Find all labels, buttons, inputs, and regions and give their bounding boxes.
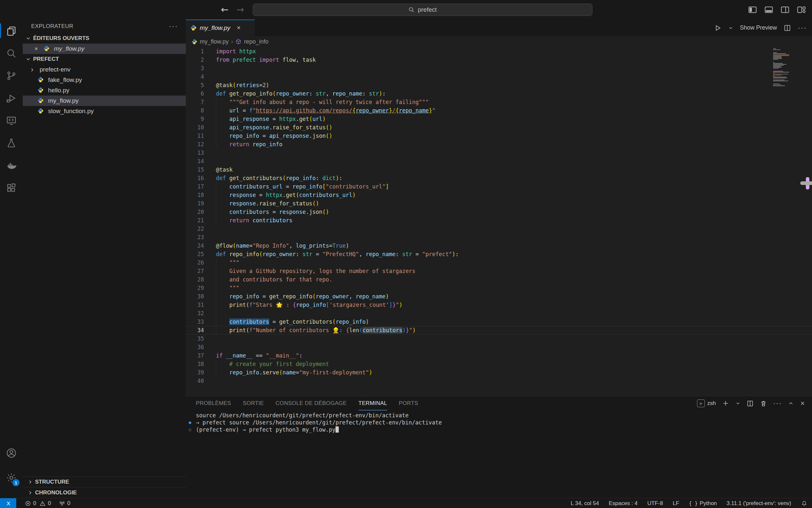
split-terminal-icon[interactable] xyxy=(747,400,754,407)
code-line-30[interactable]: 30 repo_info = get_repo_info(repo_owner,… xyxy=(186,292,812,301)
code-line-17[interactable]: 17 contributors_url = repo_info["contrib… xyxy=(186,182,812,191)
run-python-icon[interactable] xyxy=(714,24,722,32)
panel-tab-problèmes[interactable]: PROBLÈMES xyxy=(196,396,231,411)
code-line-31[interactable]: 31 print(f"Stars 🌟 : {repo_info['stargaz… xyxy=(186,301,812,309)
terminal-output[interactable]: source /Users/henricourdent/git/prefect/… xyxy=(186,411,812,498)
status-l-34-col-54[interactable]: L 34, col 54 xyxy=(571,500,599,507)
code-line-18[interactable]: 18 response = httpx.get(contributors_url… xyxy=(186,191,812,199)
code-line-40[interactable]: 40 xyxy=(186,377,812,385)
status-3-11-1-prefect-env-venv-[interactable]: 3.11.1 ('prefect-env': venv) xyxy=(727,500,791,507)
workspace-section[interactable]: PREFECT xyxy=(23,54,186,65)
code-line-8[interactable]: 8 url = f"https://api.github.com/repos/{… xyxy=(186,106,812,115)
status-python[interactable]: { }Python xyxy=(689,500,717,507)
command-decoration-icon[interactable]: ○ xyxy=(189,426,191,433)
code-line-23[interactable]: 23 xyxy=(186,233,812,242)
notifications-bell-icon[interactable] xyxy=(801,500,807,507)
code-line-15[interactable]: 15@task xyxy=(186,165,812,174)
status-lf[interactable]: LF xyxy=(673,500,679,507)
more-actions-icon[interactable]: ··· xyxy=(798,24,807,32)
panel-more-icon[interactable]: ··· xyxy=(773,399,782,408)
tree-item-my_flow.py[interactable]: my_flow.py xyxy=(23,95,186,106)
settings-button[interactable]: 1 xyxy=(0,466,23,489)
code-line-16[interactable]: 16def get_contributors(repo_info: dict): xyxy=(186,174,812,182)
tab-close-icon[interactable]: × xyxy=(237,24,241,32)
panel-tab-ports[interactable]: PORTS xyxy=(399,396,418,411)
code-line-6[interactable]: 6def get_repo_info(repo_owner: str, repo… xyxy=(186,89,812,98)
code-line-22[interactable]: 22 xyxy=(186,224,812,233)
code-line-36[interactable]: 36 xyxy=(186,343,812,351)
nav-back-button[interactable]: ← xyxy=(221,5,228,15)
outline-section[interactable]: STRUCTURE xyxy=(23,476,186,487)
tree-item-fake_flow.py[interactable]: fake_flow.py xyxy=(23,75,186,85)
panel-tab-terminal[interactable]: TERMINAL xyxy=(359,396,387,411)
activity-docker[interactable] xyxy=(0,154,23,176)
activity-source-control[interactable] xyxy=(0,65,23,87)
terminal-dropdown-icon[interactable] xyxy=(735,401,741,406)
new-terminal-icon[interactable] xyxy=(722,399,729,407)
panel-tab-sortie[interactable]: SORTIE xyxy=(243,396,264,411)
errors-status[interactable]: 0 xyxy=(25,500,36,507)
open-editor-item[interactable]: ×my_flow.py xyxy=(23,44,186,54)
tree-item-prefect-env[interactable]: prefect-env xyxy=(23,65,186,75)
code-line-11[interactable]: 11 repo_info = api_response.json() xyxy=(186,132,812,140)
activity-extensions[interactable] xyxy=(0,176,23,199)
activity-run-debug[interactable] xyxy=(0,87,23,109)
code-line-38[interactable]: 38 # create your first deployment xyxy=(186,360,812,368)
command-decoration-icon[interactable]: ● xyxy=(189,419,191,426)
toggle-secondary-sidebar-icon[interactable] xyxy=(780,5,790,15)
more-actions-icon[interactable]: ··· xyxy=(169,22,178,31)
breadcrumb-symbol[interactable]: repo_info xyxy=(244,38,268,45)
terminal-shell-chip[interactable]: > zsh xyxy=(697,399,716,407)
split-editor-icon[interactable] xyxy=(783,24,791,32)
accounts-button[interactable] xyxy=(0,442,23,464)
code-line-34[interactable]: 34 print(f"Number of contributors 👷: {le… xyxy=(186,326,812,334)
status-espaces-4[interactable]: Espaces : 4 xyxy=(609,500,637,507)
code-line-19[interactable]: 19 response.raise_for_status() xyxy=(186,199,812,208)
nav-forward-button[interactable]: → xyxy=(236,5,244,15)
tree-item-hello.py[interactable]: hello.py xyxy=(23,85,186,95)
code-line-3[interactable]: 3 xyxy=(186,64,812,73)
code-line-20[interactable]: 20 contributors = response.json() xyxy=(186,208,812,216)
code-line-27[interactable]: 27 Given a GitHub repository, logs the n… xyxy=(186,267,812,275)
activity-remote-explorer[interactable] xyxy=(0,109,23,132)
code-line-32[interactable]: 32 xyxy=(186,309,812,318)
code-line-1[interactable]: 1import httpx xyxy=(186,47,812,55)
status-utf-8[interactable]: UTF-8 xyxy=(647,500,663,507)
code-line-33[interactable]: 33 contributors = get_contributors(repo_… xyxy=(186,318,812,326)
panel-tab-console de débogage[interactable]: CONSOLE DE DÉBOGAGE xyxy=(276,396,346,411)
code-line-2[interactable]: 2from prefect import flow, task xyxy=(186,55,812,64)
activity-search[interactable] xyxy=(0,42,23,65)
toggle-sidebar-icon[interactable] xyxy=(748,5,757,15)
code-line-24[interactable]: 24@flow(name="Repo Info", log_prints=Tru… xyxy=(186,242,812,250)
code-line-13[interactable]: 13 xyxy=(186,149,812,157)
warnings-status[interactable]: 0 xyxy=(39,500,51,507)
close-icon[interactable]: × xyxy=(35,45,38,52)
run-dropdown-icon[interactable] xyxy=(728,25,733,31)
show-preview-button[interactable]: Show Preview xyxy=(740,25,777,31)
open-editors-section[interactable]: ÉDITEURS OUVERTS xyxy=(23,33,186,44)
code-line-14[interactable]: 14 xyxy=(186,157,812,165)
timeline-section[interactable]: CHRONOLOGIE xyxy=(23,487,186,498)
code-line-37[interactable]: 37if __name__ == "__main__": xyxy=(186,351,812,360)
code-line-4[interactable]: 4 xyxy=(186,73,812,81)
tab-my-flow[interactable]: my_flow.py × xyxy=(186,19,255,36)
code-line-12[interactable]: 12 return repo_info xyxy=(186,140,812,149)
breadcrumb-file[interactable]: my_flow.py xyxy=(200,38,229,45)
code-line-9[interactable]: 9 api_response = httpx.get(url) xyxy=(186,115,812,123)
code-line-28[interactable]: 28 and contributors for that repo. xyxy=(186,275,812,284)
code-line-25[interactable]: 25def repo_info(repo_owner: str = "Prefe… xyxy=(186,250,812,258)
code-line-39[interactable]: 39 repo_info.serve(name="my-first-deploy… xyxy=(186,368,812,377)
code-line-5[interactable]: 5@task(retries=2) xyxy=(186,81,812,89)
forwarded-ports-status[interactable]: 0 xyxy=(59,500,70,507)
kill-terminal-icon[interactable] xyxy=(760,400,767,407)
minimap[interactable] xyxy=(773,48,792,87)
toggle-panel-icon[interactable] xyxy=(764,5,774,15)
code-line-10[interactable]: 10 api_response.raise_for_status() xyxy=(186,123,812,132)
maximize-panel-icon[interactable] xyxy=(788,400,794,406)
activity-testing[interactable] xyxy=(0,132,23,154)
activity-explorer[interactable] xyxy=(0,19,23,42)
customize-layout-icon[interactable] xyxy=(797,5,806,15)
code-line-7[interactable]: 7 """Get info about a repo - will retry … xyxy=(186,98,812,106)
close-panel-icon[interactable] xyxy=(800,400,806,406)
code-line-29[interactable]: 29 """ xyxy=(186,284,812,292)
